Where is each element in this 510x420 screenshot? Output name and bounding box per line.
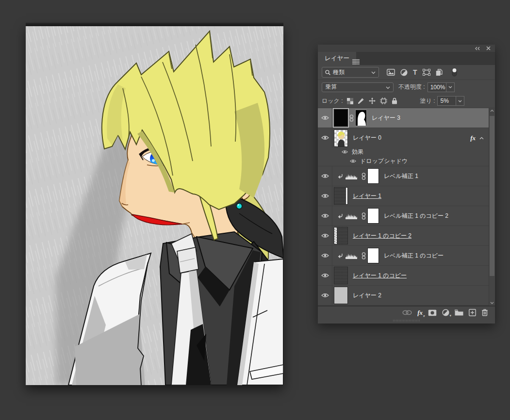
close-panel-icon[interactable] xyxy=(486,46,491,50)
layer-thumbnail[interactable] xyxy=(334,267,348,284)
type-layers-filter-icon[interactable]: T xyxy=(413,68,417,76)
visibility-toggle[interactable] xyxy=(318,186,332,206)
layer-name[interactable]: レベル補正 1 xyxy=(384,172,418,180)
opacity-field[interactable]: 100% xyxy=(428,82,446,92)
thumbnail-art xyxy=(334,130,347,146)
new-group-icon[interactable] xyxy=(455,309,463,316)
visibility-toggle[interactable] xyxy=(318,108,332,128)
lock-pixels-icon[interactable] xyxy=(358,97,364,104)
layer-name[interactable]: レイヤー 2 xyxy=(353,291,381,300)
layer-thumbnail[interactable] xyxy=(334,109,348,127)
panel-footer: fx▾ ▾ xyxy=(318,306,495,319)
layer-name[interactable]: レイヤー 1 のコピー xyxy=(353,272,407,280)
lock-all-icon[interactable] xyxy=(392,97,397,104)
visibility-toggle[interactable] xyxy=(318,166,332,186)
layer-row[interactable]: レイヤー 1 xyxy=(318,186,489,206)
layer-row[interactable]: レイヤー 1 のコピー xyxy=(318,266,489,286)
layer-name[interactable]: レイヤー 1 のコピー 2 xyxy=(353,232,411,240)
layer-thumbnail[interactable] xyxy=(334,129,348,147)
filter-kind-dropdown[interactable]: 種類 xyxy=(322,67,379,78)
effect-name: ドロップシャドウ xyxy=(360,157,408,165)
eye-icon xyxy=(321,213,329,218)
layer-name[interactable]: レベル補正 1 のコピー 2 xyxy=(384,212,448,220)
clipping-mask-icon xyxy=(338,253,344,258)
layer-row[interactable]: レイヤー 1 のコピー 2 xyxy=(318,226,489,246)
layer-row[interactable]: レベル補正 1 xyxy=(318,166,489,186)
effects-label: 効果 xyxy=(352,148,363,156)
effects-visibility-toggle[interactable] xyxy=(342,150,348,154)
visibility-toggle[interactable] xyxy=(318,286,332,305)
fill-field[interactable]: 5% xyxy=(437,96,456,106)
layer-name[interactable]: レベル補正 1 のコピー xyxy=(384,252,444,260)
tab-layers[interactable]: レイヤー xyxy=(318,52,356,65)
layer-list-scrollbar[interactable] xyxy=(489,108,495,306)
panel-menu-icon[interactable] xyxy=(352,55,360,68)
layers-panel: レイヤー 種類 T xyxy=(318,45,495,323)
layer-row[interactable]: レベル補正 1 のコピー xyxy=(318,246,489,266)
layer-row[interactable]: レベル補正 1 のコピー 2 xyxy=(318,206,489,226)
lock-row: ロック : 塗り : 5% xyxy=(318,94,495,108)
layer-name[interactable]: レイヤー 0 xyxy=(353,134,381,142)
layer-style-icon[interactable]: fx▾ xyxy=(417,309,423,317)
scroll-down-icon[interactable] xyxy=(489,302,495,304)
layer-row[interactable]: レイヤー 2 xyxy=(318,286,489,306)
layer-list: レイヤー 3 レイヤー 0fx 効果 ドロップシャドウ レベル補正 1 レイヤー… xyxy=(318,108,495,306)
layer-thumbnail[interactable] xyxy=(334,187,348,205)
visibility-toggle[interactable] xyxy=(318,226,332,245)
lock-label: ロック : xyxy=(322,97,343,105)
panel-titlebar xyxy=(318,45,495,52)
link-icon xyxy=(361,212,366,220)
effect-item-row[interactable]: ドロップシャドウ xyxy=(318,156,489,166)
visibility-toggle[interactable] xyxy=(318,266,332,285)
adjustment-layers-filter-icon[interactable] xyxy=(400,69,408,76)
eye-icon xyxy=(321,135,329,140)
layer-mask-thumbnail[interactable] xyxy=(367,168,379,184)
shape-layers-filter-icon[interactable] xyxy=(423,69,430,76)
smart-object-filter-icon[interactable] xyxy=(436,69,443,76)
eye-icon xyxy=(321,293,329,298)
visibility-toggle[interactable] xyxy=(318,128,332,148)
link-layers-icon[interactable] xyxy=(402,310,412,315)
layer-mask-thumbnail[interactable] xyxy=(367,208,379,224)
blend-mode-dropdown[interactable]: 乗算 xyxy=(322,82,394,92)
layer-row[interactable]: レイヤー 3 xyxy=(318,108,489,128)
levels-adjustment-icon xyxy=(345,252,357,259)
mask-silhouette xyxy=(356,110,366,126)
new-layer-icon[interactable] xyxy=(469,309,476,316)
effect-visibility-toggle[interactable] xyxy=(350,159,356,163)
lock-transparency-icon[interactable] xyxy=(347,98,353,104)
lock-position-icon[interactable] xyxy=(369,97,376,104)
scrollbar-thumb[interactable] xyxy=(490,116,494,276)
panel-resize-grip[interactable] xyxy=(318,319,495,323)
eye-icon xyxy=(321,253,329,258)
fill-caret[interactable] xyxy=(456,96,464,106)
scroll-up-icon[interactable] xyxy=(489,110,495,112)
eye-icon xyxy=(321,115,329,120)
pixel-layers-filter-icon[interactable] xyxy=(387,69,395,76)
collapse-panel-icon[interactable] xyxy=(475,47,480,50)
eye-icon xyxy=(321,174,329,178)
delete-layer-icon[interactable] xyxy=(481,309,488,316)
filter-toggle-icon[interactable] xyxy=(452,68,457,77)
layer-thumbnail[interactable] xyxy=(334,227,348,244)
eye-icon xyxy=(321,194,329,198)
layer-mask-thumbnail[interactable] xyxy=(355,110,367,126)
collapse-effects-icon[interactable] xyxy=(479,137,484,140)
lock-artboard-icon[interactable] xyxy=(380,97,387,104)
new-adjustment-layer-icon[interactable]: ▾ xyxy=(442,309,449,316)
visibility-toggle[interactable] xyxy=(318,246,332,265)
filter-row: 種類 T xyxy=(318,65,495,80)
layer-mask-thumbnail[interactable] xyxy=(367,248,379,263)
eye-icon xyxy=(350,159,356,163)
layer-name[interactable]: レイヤー 1 xyxy=(353,192,381,200)
opacity-caret[interactable] xyxy=(446,82,455,92)
layer-row[interactable]: レイヤー 0fx xyxy=(318,128,489,148)
filter-kind-label: 種類 xyxy=(333,68,345,77)
layer-name[interactable]: レイヤー 3 xyxy=(372,114,400,122)
effects-row[interactable]: 効果 xyxy=(318,148,489,156)
add-layer-mask-icon[interactable] xyxy=(428,309,437,316)
visibility-toggle[interactable] xyxy=(318,206,332,226)
opacity-label: 不透明度 : xyxy=(398,83,425,91)
document-canvas[interactable] xyxy=(26,24,283,385)
layer-thumbnail[interactable] xyxy=(334,287,348,304)
